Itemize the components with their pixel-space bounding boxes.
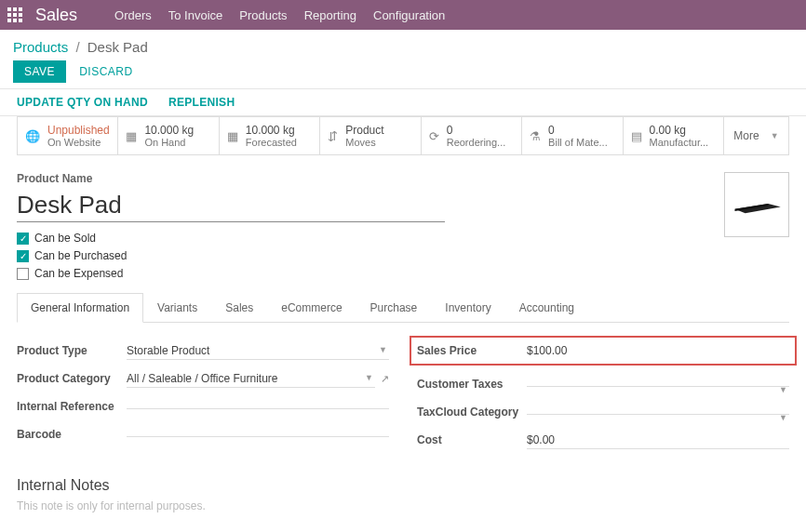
breadcrumb: Products / Desk Pad [13,39,793,55]
product-name-input[interactable] [17,189,445,222]
breadcrumb-sep: / [75,39,79,55]
replenish-button[interactable]: REPLENISH [168,96,235,109]
internal-reference-input[interactable] [127,405,389,409]
stat-forecasted[interactable]: ▦ 10.000 kgForecasted [220,117,320,154]
tab-accounting[interactable]: Accounting [505,293,588,323]
subheader: Products / Desk Pad SAVE DISCARD [0,30,806,88]
tab-ecommerce[interactable]: eCommerce [267,293,356,323]
stat-moves[interactable]: ⇵ ProductMoves [320,117,421,154]
top-nav: Orders To Invoice Products Reporting Con… [114,8,445,22]
save-button[interactable]: SAVE [13,60,66,83]
product-type-label: Product Type [17,344,127,357]
can-be-sold-label: Can be Sold [34,232,96,245]
brand-title: Sales [35,6,77,25]
nav-reporting[interactable]: Reporting [304,8,356,22]
sales-price-label: Sales Price [417,344,527,357]
nav-to-invoice[interactable]: To Invoice [168,8,223,22]
subactions: UPDATE QTY ON HAND REPLENISH [0,89,806,115]
product-type-select[interactable]: Storable Product▼ [127,342,389,360]
tab-sales[interactable]: Sales [211,293,267,323]
internal-notes-heading: Internal Notes [17,477,789,494]
can-be-purchased-checkbox[interactable]: ✓ [17,250,29,262]
tab-inventory[interactable]: Inventory [431,293,504,323]
customer-taxes-select[interactable]: ▼ [527,382,789,387]
barcode-label: Barcode [17,428,127,441]
discard-button[interactable]: DISCARD [79,65,133,78]
internal-notes-input[interactable]: This note is only for internal purposes. [17,499,789,512]
product-category-label: Product Category [17,372,127,385]
stat-more[interactable]: More▼ [724,117,789,154]
can-be-sold-checkbox[interactable]: ✓ [17,233,29,245]
can-be-expensed-checkbox[interactable] [17,268,29,280]
topbar: Sales Orders To Invoice Products Reporti… [0,0,806,30]
stat-manufactured[interactable]: ▤ 0.00 kgManufactur... [624,117,724,154]
tab-general-information[interactable]: General Information [17,293,143,323]
stat-bar: 🌐 UnpublishedOn Website ▦ 10.000 kgOn Ha… [17,116,789,155]
sales-price-input[interactable]: $100.00 [527,342,789,359]
internal-reference-label: Internal Reference [17,400,127,413]
cost-input[interactable]: $0.00 [527,432,789,449]
globe-icon: 🌐 [25,129,40,143]
stat-reordering[interactable]: ⟳ 0Reordering... [422,117,522,154]
customer-taxes-label: Customer Taxes [417,378,527,391]
stat-website[interactable]: 🌐 UnpublishedOn Website [18,117,118,154]
stat-onhand[interactable]: ▦ 10.000 kgOn Hand [118,117,219,154]
taxcloud-category-select[interactable]: ▼ [527,410,789,415]
nav-products[interactable]: Products [239,8,287,22]
tabs: General Information Variants Sales eComm… [17,293,789,323]
box-icon: ▦ [126,129,137,143]
layers-icon: ▤ [631,129,642,143]
nav-orders[interactable]: Orders [114,8,152,22]
flask-icon: ⚗ [530,129,541,143]
product-name-label: Product Name [17,172,696,185]
cost-label: Cost [417,433,527,446]
update-qty-button[interactable]: UPDATE QTY ON HAND [17,96,148,109]
box-icon: ▦ [227,129,238,143]
product-category-select[interactable]: All / Saleable / Office Furniture▼ [127,370,375,388]
chevron-down-icon: ▼ [365,373,373,382]
product-image[interactable] [724,172,789,237]
breadcrumb-parent[interactable]: Products [13,39,68,55]
transfer-icon: ⇵ [328,129,338,143]
chevron-down-icon: ▼ [779,413,787,422]
chevron-down-icon: ▼ [379,345,387,354]
stat-bom[interactable]: ⚗ 0Bill of Mate... [522,117,623,154]
barcode-input[interactable] [127,432,389,437]
nav-configuration[interactable]: Configuration [373,8,445,22]
sales-price-highlight: Sales Price $100.00 [410,336,797,366]
external-link-icon[interactable]: ↗ [381,373,389,385]
desk-pad-image [731,194,783,215]
chevron-down-icon: ▼ [779,385,787,394]
breadcrumb-current: Desk Pad [87,39,148,55]
can-be-purchased-label: Can be Purchased [34,249,127,262]
form-body: 🌐 UnpublishedOn Website ▦ 10.000 kgOn Ha… [0,116,806,532]
tab-purchase[interactable]: Purchase [356,293,432,323]
tab-variants[interactable]: Variants [143,293,211,323]
apps-icon[interactable] [7,7,22,22]
chevron-down-icon: ▼ [771,131,779,140]
can-be-expensed-label: Can be Expensed [34,267,123,280]
refresh-icon: ⟳ [429,129,439,143]
taxcloud-category-label: TaxCloud Category [417,406,527,419]
